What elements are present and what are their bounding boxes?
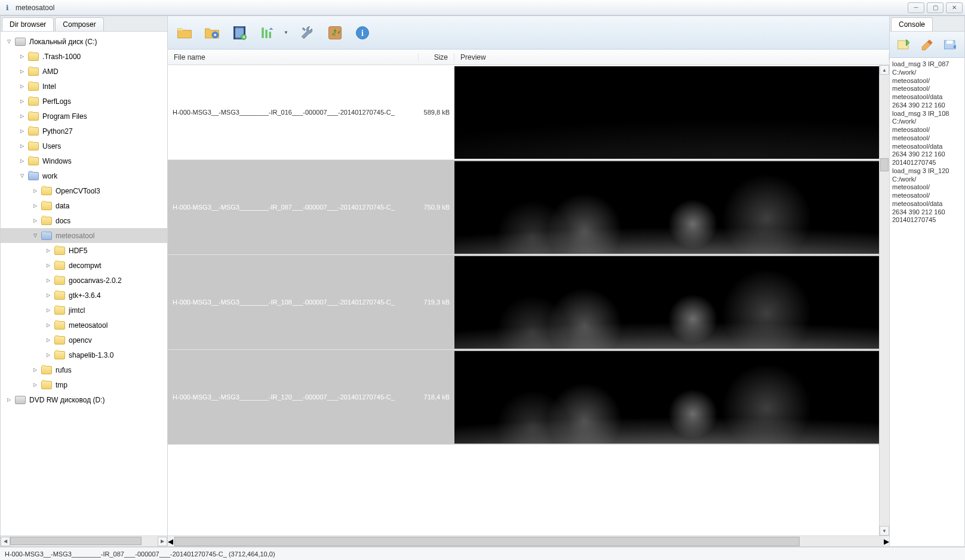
tree-item[interactable]: ▷tmp	[1, 377, 167, 392]
expand-icon[interactable]: ▷	[19, 158, 26, 165]
tree-item-label: OpenCVTool3	[56, 187, 100, 195]
expand-icon[interactable]: ▷	[32, 381, 39, 389]
tree-item[interactable]: ▷OpenCVTool3	[1, 183, 167, 198]
expand-icon[interactable]: ▷	[45, 322, 52, 329]
close-button[interactable]: ✕	[946, 2, 963, 13]
scroll-up-arrow[interactable]: ▲	[880, 65, 889, 75]
tree-item[interactable]: ▽work	[1, 168, 167, 183]
expand-icon[interactable]: ▷	[45, 262, 52, 269]
folder-settings-button[interactable]	[201, 22, 223, 44]
tree-item[interactable]: ▷gtk+-3.6.4	[1, 288, 167, 303]
scroll-down-arrow[interactable]: ▼	[880, 526, 889, 536]
file-row[interactable]: H-000-MSG3__-MSG3________-IR_016___-0000…	[168, 65, 889, 160]
expand-icon[interactable]: ▷	[19, 98, 26, 105]
tree-item[interactable]: ▷HDF5	[1, 243, 167, 258]
expand-icon[interactable]: ▷	[32, 202, 39, 210]
expand-icon[interactable]: ▷	[32, 187, 39, 195]
tree-item[interactable]: ▷DVD RW дисковод (D:)	[1, 392, 167, 407]
console-save-button[interactable]	[942, 36, 960, 54]
console-run-button[interactable]	[895, 36, 913, 54]
tree-item[interactable]: ▷jimtcl	[1, 303, 167, 318]
expand-icon[interactable]: ▷	[19, 128, 26, 135]
collapse-icon[interactable]: ▽	[32, 232, 39, 239]
window-title: meteosatool	[16, 4, 908, 12]
collapse-icon[interactable]: ▽	[19, 173, 26, 180]
tree-item[interactable]: ▷shapelib-1.3.0	[1, 347, 167, 362]
console-log: load_msg 3 IR_087C:/work/meteosatool/met…	[890, 58, 964, 546]
column-preview[interactable]: Preview	[454, 53, 889, 61]
dir-tree[interactable]: ▽Локальный диск (C:)▷.Trash-1000▷AMD▷Int…	[1, 32, 167, 536]
svg-point-1	[214, 33, 217, 36]
expand-icon[interactable]: ▷	[32, 217, 39, 224]
tab-dir-browser[interactable]: Dir browser	[2, 17, 54, 31]
scroll-left-arrow[interactable]: ◀	[168, 537, 173, 546]
svg-rect-9	[269, 32, 272, 38]
file-row[interactable]: H-000-MSG3__-MSG3________-IR_120___-0000…	[168, 350, 889, 445]
file-list[interactable]: H-000-MSG3__-MSG3________-IR_016___-0000…	[168, 65, 889, 536]
tree-item[interactable]: ▷Users	[1, 139, 167, 153]
tree-item[interactable]: ▷Python27	[1, 124, 167, 139]
expand-icon[interactable]: ▷	[19, 83, 26, 90]
file-list-vscrollbar[interactable]: ▲ ▼	[879, 65, 889, 536]
tree-item[interactable]: ▷decompwt	[1, 258, 167, 273]
tree-item[interactable]: ▷Program Files	[1, 109, 167, 124]
console-line: 201401270745	[892, 159, 962, 167]
file-row[interactable]: H-000-MSG3__-MSG3________-IR_108___-0000…	[168, 255, 889, 350]
scroll-right-arrow[interactable]: ▶	[884, 537, 889, 546]
tree-item[interactable]: ▷docs	[1, 213, 167, 228]
column-size[interactable]: Size	[419, 53, 454, 61]
left-hscrollbar[interactable]: ◀ ▶	[1, 536, 167, 546]
scroll-left-arrow[interactable]: ◀	[1, 537, 10, 546]
file-list-header: File name Size Preview	[168, 50, 889, 65]
file-row[interactable]: H-000-MSG3__-MSG3________-IR_087___-0000…	[168, 160, 889, 255]
open-folder-button[interactable]	[174, 22, 195, 44]
folder-icon	[54, 247, 65, 255]
expand-icon[interactable]: ▷	[45, 277, 52, 284]
expand-icon[interactable]: ▷	[19, 53, 26, 60]
tree-item[interactable]: ▷opencv	[1, 333, 167, 347]
scroll-right-arrow[interactable]: ▶	[158, 537, 167, 546]
tree-item[interactable]: ▷data	[1, 198, 167, 213]
expand-icon[interactable]: ▷	[45, 337, 52, 344]
expand-icon[interactable]: ▷	[32, 367, 39, 374]
tree-item[interactable]: ▽meteosatool	[1, 228, 167, 243]
folder-icon	[28, 112, 39, 121]
expand-icon[interactable]: ▷	[45, 292, 52, 299]
expand-icon[interactable]: ▷	[45, 352, 52, 359]
column-filename[interactable]: File name	[168, 53, 419, 61]
console-line: C:/work/	[892, 176, 962, 184]
film-button[interactable]	[229, 22, 250, 44]
expand-icon[interactable]: ▷	[5, 396, 13, 404]
tree-item[interactable]: ▽Локальный диск (C:)	[1, 34, 167, 49]
info-button[interactable]: i	[352, 22, 373, 44]
expand-icon[interactable]: ▷	[19, 113, 26, 120]
expand-icon[interactable]: ▷	[45, 307, 52, 314]
folder-icon	[54, 261, 65, 270]
tree-item[interactable]: ▷goocanvas-2.0.2	[1, 273, 167, 288]
tools-button[interactable]	[297, 22, 318, 44]
maximize-button[interactable]: ▢	[927, 2, 944, 13]
collapse-icon[interactable]: ▽	[5, 38, 13, 45]
tree-item[interactable]: ▷meteosatool	[1, 318, 167, 333]
minimize-button[interactable]: ─	[908, 2, 924, 13]
tree-item[interactable]: ▷Intel	[1, 79, 167, 94]
right-panel: Console load_msg 3 IR_087C:/work/meteosa…	[889, 16, 964, 546]
expand-icon[interactable]: ▷	[19, 68, 26, 75]
folder-icon	[54, 321, 65, 330]
sort-dropdown-icon[interactable]: ▼	[284, 30, 291, 35]
console-clear-button[interactable]	[918, 36, 936, 54]
tree-item[interactable]: ▷AMD	[1, 64, 167, 79]
tab-console[interactable]: Console	[891, 17, 933, 31]
status-text: H-000-MSG3__-MSG3________-IR_087___-0000…	[5, 550, 275, 558]
file-list-hscrollbar[interactable]: ◀ ▶	[168, 536, 889, 546]
expand-icon[interactable]: ▷	[45, 247, 52, 254]
recycle-button[interactable]	[324, 22, 346, 44]
expand-icon[interactable]: ▷	[19, 143, 26, 150]
tab-composer[interactable]: Composer	[55, 17, 103, 31]
tree-item[interactable]: ▷.Trash-1000	[1, 49, 167, 64]
tree-item[interactable]: ▷PerfLogs	[1, 94, 167, 109]
tree-item[interactable]: ▷Windows	[1, 153, 167, 168]
sort-button[interactable]	[256, 22, 278, 44]
folder-icon	[41, 381, 52, 389]
tree-item[interactable]: ▷rufus	[1, 362, 167, 377]
